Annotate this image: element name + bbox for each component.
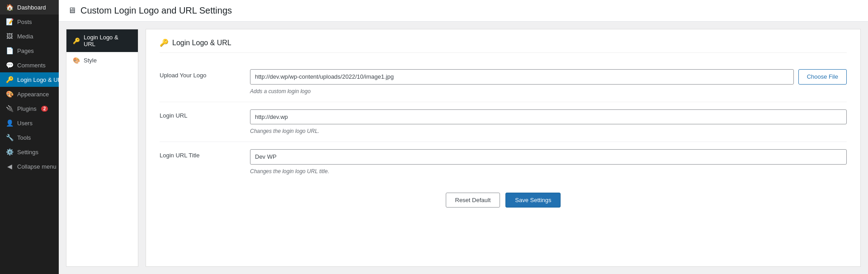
main-content: 🖥 Custom Login Logo and URL Settings 🔑Lo… bbox=[59, 0, 868, 274]
sub-nav-icon-login-logo-url: 🔑 bbox=[73, 38, 80, 44]
sidebar-icon-comments: 💬 bbox=[5, 61, 14, 69]
settings-row-login-url-title: Login URL TitleChanges the login logo UR… bbox=[160, 142, 847, 182]
sidebar-icon-plugins: 🔌 bbox=[5, 105, 14, 112]
sidebar-item-users[interactable]: 👤Users bbox=[0, 116, 59, 130]
sidebar-item-collapse[interactable]: ◀Collapse menu bbox=[0, 159, 59, 174]
sidebar-icon-users: 👤 bbox=[5, 119, 14, 127]
sidebar-item-settings[interactable]: ⚙️Settings bbox=[0, 145, 59, 159]
page-title: Custom Login Logo and URL Settings bbox=[80, 5, 232, 16]
sub-nav: 🔑Login Logo & URL🎨Style bbox=[66, 29, 138, 267]
sidebar-label-collapse: Collapse menu bbox=[17, 163, 57, 170]
sidebar-label-comments: Comments bbox=[17, 62, 46, 69]
sidebar-item-tools[interactable]: 🔧Tools bbox=[0, 130, 59, 145]
sidebar-label-dashboard: Dashboard bbox=[17, 4, 46, 11]
panel-title-icon: 🔑 bbox=[160, 38, 169, 47]
sidebar-icon-dashboard: 🏠 bbox=[5, 4, 14, 11]
sidebar-item-posts[interactable]: 📝Posts bbox=[0, 14, 59, 29]
sidebar-label-pages: Pages bbox=[17, 47, 34, 54]
choose-file-button-upload-logo[interactable]: Choose File bbox=[798, 69, 847, 85]
row-label-login-url: Login URL bbox=[160, 109, 241, 119]
sidebar-item-comments[interactable]: 💬Comments bbox=[0, 58, 59, 72]
row-control-inline-upload-logo: Choose File bbox=[250, 69, 847, 85]
save-settings-button[interactable]: Save Settings bbox=[505, 193, 561, 208]
settings-row-login-url: Login URLChanges the login logo URL. bbox=[160, 102, 847, 142]
sidebar-icon-posts: 📝 bbox=[5, 18, 14, 25]
sidebar-label-plugins: Plugins bbox=[17, 105, 37, 112]
sidebar-label-login-logo: Login Logo & URL bbox=[17, 76, 59, 83]
sidebar-label-settings: Settings bbox=[17, 149, 38, 156]
sidebar-icon-settings: ⚙️ bbox=[5, 148, 14, 156]
row-label-upload-logo: Upload Your Logo bbox=[160, 69, 241, 79]
row-control-login-url: Changes the login logo URL. bbox=[250, 109, 847, 135]
sidebar-label-media: Media bbox=[17, 33, 33, 40]
actions-row: Reset Default Save Settings bbox=[160, 182, 847, 208]
sub-nav-label-login-logo-url: Login Logo & URL bbox=[84, 34, 132, 47]
sidebar-label-appearance: Appearance bbox=[17, 91, 49, 98]
sidebar-item-login-logo[interactable]: 🔑Login Logo & URL bbox=[0, 72, 59, 87]
sidebar: 🏠Dashboard📝Posts🖼Media📄Pages💬Comments🔑Lo… bbox=[0, 0, 59, 274]
sidebar-icon-appearance: 🎨 bbox=[5, 90, 14, 98]
content-area: 🔑Login Logo & URL🎨Style 🔑 Login Logo & U… bbox=[59, 22, 868, 274]
sidebar-badge-plugins: 2 bbox=[41, 106, 48, 112]
sidebar-icon-media: 🖼 bbox=[5, 33, 14, 40]
sidebar-item-media[interactable]: 🖼Media bbox=[0, 29, 59, 43]
panel-title-text: Login Logo & URL bbox=[172, 39, 231, 47]
sidebar-label-users: Users bbox=[17, 120, 33, 127]
sidebar-item-pages[interactable]: 📄Pages bbox=[0, 43, 59, 58]
settings-rows: Upload Your LogoChoose FileAdds a custom… bbox=[160, 62, 847, 182]
sidebar-label-tools: Tools bbox=[17, 134, 31, 141]
sub-nav-item-style[interactable]: 🎨Style bbox=[66, 52, 138, 68]
sidebar-item-dashboard[interactable]: 🏠Dashboard bbox=[0, 0, 59, 14]
sidebar-icon-login-logo: 🔑 bbox=[5, 76, 14, 83]
sub-nav-label-style: Style bbox=[84, 57, 97, 64]
settings-row-upload-logo: Upload Your LogoChoose FileAdds a custom… bbox=[160, 62, 847, 102]
reset-default-button[interactable]: Reset Default bbox=[446, 193, 500, 208]
row-control-login-url-title: Changes the login logo URL title. bbox=[250, 149, 847, 175]
row-control-upload-logo: Choose FileAdds a custom login logo bbox=[250, 69, 847, 94]
panel-title: 🔑 Login Logo & URL bbox=[160, 38, 847, 53]
sidebar-label-posts: Posts bbox=[17, 19, 32, 25]
sidebar-icon-pages: 📄 bbox=[5, 47, 14, 54]
sidebar-item-plugins[interactable]: 🔌Plugins2 bbox=[0, 101, 59, 116]
page-header-icon: 🖥 bbox=[68, 6, 76, 15]
page-header: 🖥 Custom Login Logo and URL Settings bbox=[59, 0, 868, 22]
row-description-login-url: Changes the login logo URL. bbox=[250, 128, 847, 134]
sidebar-icon-collapse: ◀ bbox=[5, 163, 14, 170]
sub-nav-item-login-logo-url[interactable]: 🔑Login Logo & URL bbox=[66, 29, 138, 52]
sub-nav-icon-style: 🎨 bbox=[73, 57, 80, 64]
input-login-url-title[interactable] bbox=[250, 149, 847, 165]
input-upload-logo[interactable] bbox=[250, 69, 794, 85]
row-description-upload-logo: Adds a custom login logo bbox=[250, 88, 847, 94]
row-description-login-url-title: Changes the login logo URL title. bbox=[250, 168, 847, 175]
row-label-login-url-title: Login URL Title bbox=[160, 149, 241, 159]
input-login-url[interactable] bbox=[250, 109, 847, 125]
sidebar-item-appearance[interactable]: 🎨Appearance bbox=[0, 87, 59, 101]
sidebar-icon-tools: 🔧 bbox=[5, 134, 14, 141]
settings-panel: 🔑 Login Logo & URL Upload Your LogoChoos… bbox=[146, 29, 861, 267]
